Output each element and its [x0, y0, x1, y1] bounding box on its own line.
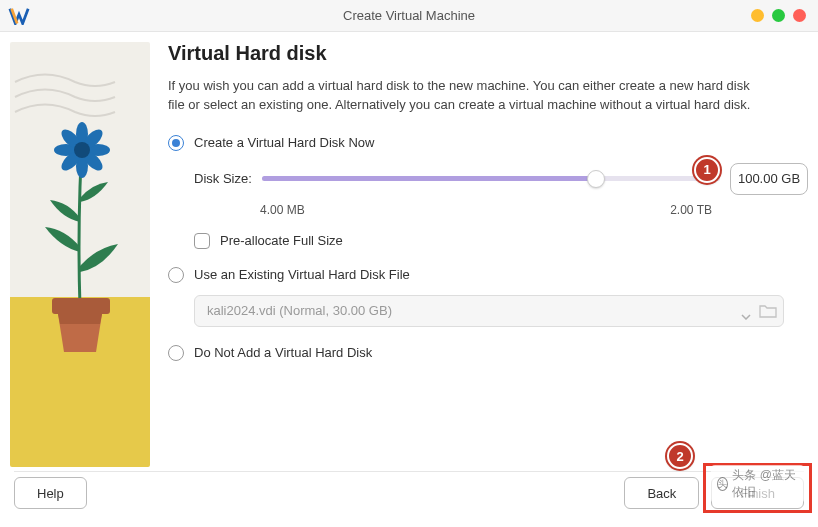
annotation-marker-1: 1 [694, 157, 720, 183]
option-label: Do Not Add a Virtual Hard Disk [194, 345, 372, 360]
watermark-icon: 头 [717, 477, 728, 491]
disk-size-value[interactable]: 100.00 GB [730, 163, 808, 195]
maximize-button[interactable] [772, 9, 785, 22]
option-label: Use an Existing Virtual Hard Disk File [194, 267, 410, 282]
chevron-down-icon [741, 308, 751, 314]
disk-size-slider[interactable] [262, 166, 720, 192]
titlebar: Create Virtual Machine [0, 0, 818, 32]
preallocate-checkbox[interactable]: Pre-allocate Full Size [168, 233, 808, 249]
window-title: Create Virtual Machine [0, 8, 818, 23]
option-use-existing[interactable]: Use an Existing Virtual Hard Disk File [168, 267, 808, 283]
watermark: 头 头条 @蓝天依旧 [711, 465, 804, 503]
option-create-now[interactable]: Create a Virtual Hard Disk Now [168, 135, 808, 151]
folder-browse-icon [759, 303, 777, 319]
main-content: Virtual Hard disk If you wish you can ad… [0, 32, 818, 471]
checkbox-icon [194, 233, 210, 249]
help-button[interactable]: Help [14, 477, 87, 509]
svg-rect-9 [52, 298, 110, 314]
disk-size-min: 4.00 MB [260, 203, 305, 217]
radio-icon [168, 267, 184, 283]
close-button[interactable] [793, 9, 806, 22]
preallocate-label: Pre-allocate Full Size [220, 233, 343, 248]
option-label: Create a Virtual Hard Disk Now [194, 135, 374, 150]
option-do-not-add[interactable]: Do Not Add a Virtual Hard Disk [168, 345, 808, 361]
page-description: If you wish you can add a virtual hard d… [168, 77, 768, 115]
disk-size-max: 2.00 TB [670, 203, 712, 217]
footer: Help Back Finish 头 头条 @蓝天依旧 [0, 471, 818, 527]
back-button[interactable]: Back [624, 477, 699, 509]
slider-thumb-icon[interactable] [587, 170, 605, 188]
page-heading: Virtual Hard disk [168, 42, 808, 65]
minimize-button[interactable] [751, 9, 764, 22]
annotation-marker-2: 2 [667, 443, 693, 469]
radio-icon [168, 345, 184, 361]
radio-icon [168, 135, 184, 151]
wizard-illustration [10, 42, 150, 467]
existing-disk-placeholder: kali2024.vdi (Normal, 30.00 GB) [207, 303, 392, 318]
window-controls [751, 9, 818, 22]
disk-size-label: Disk Size: [194, 171, 252, 186]
svg-point-8 [74, 142, 90, 158]
existing-disk-select: kali2024.vdi (Normal, 30.00 GB) [194, 295, 784, 327]
